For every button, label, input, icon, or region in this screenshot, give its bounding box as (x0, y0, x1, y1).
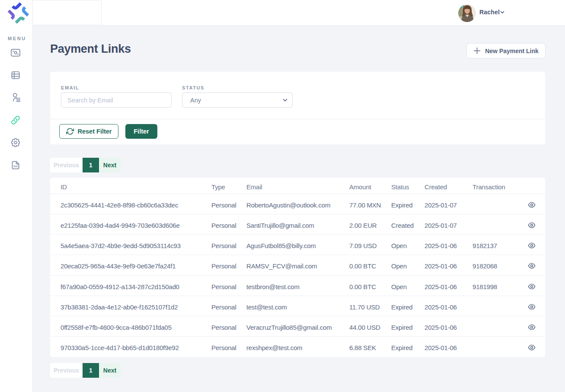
svg-text:DOC: DOC (13, 165, 19, 168)
